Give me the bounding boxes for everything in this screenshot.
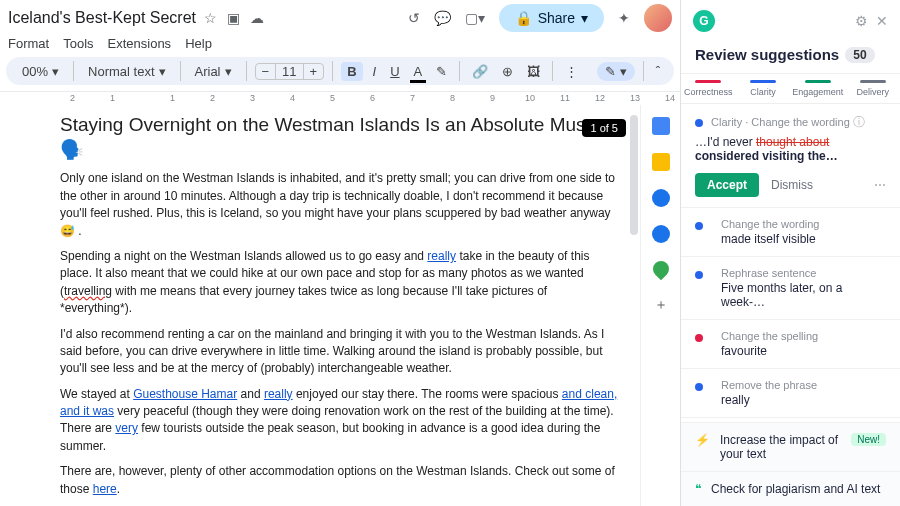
correctness-dot-icon	[695, 334, 703, 342]
upsell-text: Increase the impact of your text	[720, 433, 841, 461]
meet-icon[interactable]: ▢▾	[465, 10, 485, 26]
font-size-value[interactable]: 11	[275, 64, 303, 79]
plagiarism-check[interactable]: ❝ Check for plagiarism and AI text	[681, 471, 900, 506]
maps-icon[interactable]	[649, 258, 672, 281]
suggestion-item[interactable]: Remove the phrasereally	[681, 369, 900, 418]
tab-clarity[interactable]: Clarity	[736, 74, 791, 103]
paragraph[interactable]: There are, however, plenty of other acco…	[60, 463, 620, 498]
image-button[interactable]: 🖼	[523, 62, 544, 81]
menu-extensions[interactable]: Extensions	[108, 36, 172, 51]
grammarly-panel: G ⚙ ✕ Review suggestions 50 Correctness …	[680, 0, 900, 506]
panel-title: Review suggestions	[695, 46, 839, 63]
document-canvas[interactable]: 1 of 5 Staying Overnight on the Westman …	[0, 105, 640, 506]
zoom-dropdown[interactable]: 00%▾	[16, 62, 65, 81]
editing-mode[interactable]: ✎▾	[597, 62, 635, 81]
suggestion-item[interactable]: Change the spellingfavourite	[681, 320, 900, 369]
info-icon[interactable]: ⓘ	[853, 115, 865, 129]
gemini-icon[interactable]: ✦	[618, 10, 630, 26]
clarity-dot-icon	[695, 222, 703, 230]
side-rail: ＋	[640, 105, 680, 506]
more-toolbar[interactable]: ⋮	[561, 62, 582, 81]
keep-icon[interactable]	[652, 153, 670, 171]
suggestion-item[interactable]: Change the wordingmade itself visible	[681, 208, 900, 257]
bold-button[interactable]: B	[341, 62, 362, 81]
more-icon[interactable]: ⋯	[874, 178, 886, 192]
chevron-down-icon: ▾	[581, 10, 588, 26]
clarity-dot-icon	[695, 119, 703, 127]
quote-icon: ❝	[695, 482, 701, 496]
italic-button[interactable]: I	[369, 62, 381, 81]
suggestion-underline: very	[115, 421, 138, 435]
close-icon[interactable]: ✕	[876, 13, 888, 29]
menubar: Format Tools Extensions Help	[0, 34, 680, 57]
suggestion-card-main[interactable]: Clarity · Change the wording ⓘ …I'd neve…	[681, 104, 900, 208]
suggestion-item[interactable]: Rephrase sentenceFive months later, on a…	[681, 257, 900, 320]
minus-icon[interactable]: −	[256, 64, 276, 79]
menu-format[interactable]: Format	[8, 36, 49, 51]
hyperlink: Guesthouse Hamar	[133, 387, 237, 401]
accept-button[interactable]: Accept	[695, 173, 759, 197]
paragraph[interactable]: We stayed at Guesthouse Hamar and really…	[60, 386, 620, 456]
scrollbar-thumb[interactable]	[630, 115, 638, 235]
star-icon[interactable]: ☆	[204, 10, 217, 26]
font-size-stepper[interactable]: − 11 +	[255, 63, 325, 80]
spelling-error: travelling	[64, 284, 112, 298]
new-badge: New!	[851, 433, 886, 446]
menu-tools[interactable]: Tools	[63, 36, 93, 51]
paragraph[interactable]: Spending a night on the Westman Islands …	[60, 248, 620, 318]
comments-icon[interactable]: 💬	[434, 10, 451, 26]
suggestion-underline: really	[264, 387, 293, 401]
cloud-icon[interactable]: ☁	[250, 10, 264, 26]
collapse-toolbar[interactable]: ˆ	[652, 62, 664, 81]
tab-engagement[interactable]: Engagement	[790, 74, 845, 103]
contacts-icon[interactable]	[652, 225, 670, 243]
paragraph[interactable]: I'd also recommend renting a car on the …	[60, 326, 620, 378]
style-dropdown[interactable]: Normal text▾	[82, 62, 171, 81]
tab-correctness[interactable]: Correctness	[681, 74, 736, 103]
share-button[interactable]: 🔒 Share ▾	[499, 4, 604, 32]
bolt-icon: ⚡	[695, 433, 710, 447]
clarity-dot-icon	[695, 271, 703, 279]
paragraph[interactable]: Only one island on the Westman Islands i…	[60, 170, 620, 240]
text-color-button[interactable]: A	[410, 62, 427, 81]
suggestion-text: …I'd never thought about considered visi…	[695, 135, 886, 163]
menu-help[interactable]: Help	[185, 36, 212, 51]
move-icon[interactable]: ▣	[227, 10, 240, 26]
add-icon[interactable]: ＋	[651, 295, 671, 315]
link-button[interactable]: 🔗	[468, 62, 492, 81]
suggestion-category: Clarity · Change the wording	[711, 116, 850, 128]
dismiss-button[interactable]: Dismiss	[771, 178, 813, 192]
suggestion-underline: really	[427, 249, 456, 263]
toolbar: 00%▾ Normal text▾ Arial▾ − 11 + B I U A …	[6, 57, 674, 85]
premium-upsell[interactable]: ⚡ Increase the impact of your text New!	[681, 422, 900, 471]
settings-icon[interactable]: ⚙	[855, 13, 868, 29]
plagiarism-text: Check for plagiarism and AI text	[711, 482, 880, 496]
doc-title[interactable]: Iceland's Best-Kept Secret	[8, 9, 196, 27]
highlight-button[interactable]: ✎	[432, 62, 451, 81]
tasks-icon[interactable]	[652, 189, 670, 207]
ruler: 21 123 456 789 101112 131415 1617	[0, 91, 680, 105]
grammarly-logo-icon: G	[693, 10, 715, 32]
tab-delivery[interactable]: Delivery	[845, 74, 900, 103]
history-icon[interactable]: ↺	[408, 10, 420, 26]
lock-icon: 🔒	[515, 10, 532, 26]
calendar-icon[interactable]	[652, 117, 670, 135]
font-dropdown[interactable]: Arial▾	[189, 62, 238, 81]
heading[interactable]: Staying Overnight on the Westman Islands…	[60, 113, 620, 162]
plus-icon[interactable]: +	[304, 64, 324, 79]
category-tabs: Correctness Clarity Engagement Delivery	[681, 73, 900, 104]
underline-button[interactable]: U	[386, 62, 403, 81]
clarity-dot-icon	[695, 383, 703, 391]
hyperlink: here	[93, 482, 117, 496]
avatar[interactable]	[644, 4, 672, 32]
find-counter: 1 of 5	[582, 119, 626, 137]
comment-button[interactable]: ⊕	[498, 62, 517, 81]
suggestion-count: 50	[845, 47, 874, 63]
pencil-icon: ✎	[605, 64, 616, 79]
share-label: Share	[538, 10, 575, 26]
